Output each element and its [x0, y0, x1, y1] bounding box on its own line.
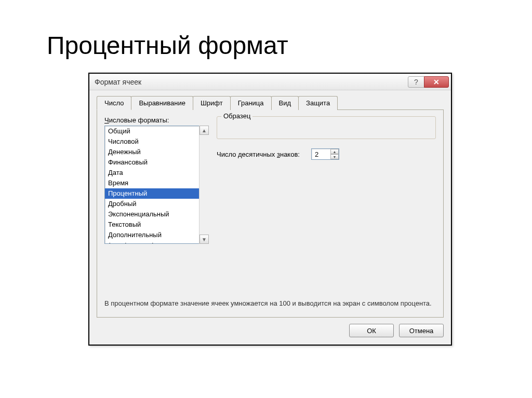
- help-icon: ?: [414, 78, 418, 86]
- tabs: Число Выравнивание Шрифт Граница Вид Защ…: [97, 95, 444, 110]
- tab-view[interactable]: Вид: [271, 96, 299, 110]
- decimal-places-label: Число десятичных знаков:: [217, 150, 300, 158]
- list-item[interactable]: Общий: [105, 126, 208, 136]
- list-item[interactable]: Текстовый: [105, 219, 208, 230]
- dialog-window: Формат ячеек ? ✕ Число Выравнивание Шриф…: [88, 73, 452, 346]
- tab-content: Числовые форматы: ОбщийЧисловойДенежныйФ…: [97, 110, 444, 318]
- dialog-buttons: ОК Отмена: [97, 324, 444, 337]
- dialog-title: Формат ячеек: [95, 78, 141, 86]
- right-panel: Образец Число десятичных знаков: ▲ ▼: [217, 116, 436, 244]
- tab-font[interactable]: Шрифт: [193, 96, 231, 110]
- titlebar: Формат ячеек ? ✕: [89, 74, 451, 90]
- category-listbox[interactable]: ОбщийЧисловойДенежныйФинансовыйДатаВремя…: [104, 126, 208, 244]
- list-item[interactable]: Дата: [105, 168, 208, 178]
- sample-group: Образец: [217, 116, 436, 139]
- titlebar-buttons: ? ✕: [408, 76, 449, 88]
- list-item[interactable]: Финансовый: [105, 157, 208, 168]
- list-item[interactable]: Денежный: [105, 147, 208, 157]
- decimal-places-input[interactable]: [312, 149, 330, 159]
- ok-button[interactable]: ОК: [349, 324, 394, 337]
- dialog-body: Число Выравнивание Шрифт Граница Вид Защ…: [89, 90, 451, 345]
- format-description: В процентном формате значение ячеек умно…: [104, 299, 436, 308]
- list-item[interactable]: Время: [105, 178, 208, 188]
- decimal-places-spinner[interactable]: ▲ ▼: [311, 148, 339, 160]
- sample-label: Образец: [221, 112, 252, 120]
- list-item[interactable]: Дробный: [105, 199, 208, 209]
- left-panel: Числовые форматы: ОбщийЧисловойДенежныйФ…: [104, 116, 208, 244]
- scroll-down-button[interactable]: ▼: [200, 235, 209, 244]
- list-item[interactable]: Числовой: [105, 136, 208, 147]
- decimal-places-row: Число десятичных знаков: ▲ ▼: [217, 148, 436, 160]
- scroll-up-button[interactable]: ▲: [200, 126, 209, 135]
- spinner-down-button[interactable]: ▼: [330, 154, 339, 159]
- tab-number[interactable]: Число: [97, 96, 131, 110]
- cancel-button[interactable]: Отмена: [399, 324, 444, 337]
- scrollbar[interactable]: ▲ ▼: [199, 126, 208, 244]
- list-item[interactable]: (все форматы): [105, 240, 208, 244]
- list-item[interactable]: Дополнительный: [105, 230, 208, 240]
- close-icon: ✕: [433, 78, 440, 86]
- tab-protection[interactable]: Защита: [298, 96, 338, 110]
- tab-border[interactable]: Граница: [230, 96, 272, 110]
- category-label: Числовые форматы:: [104, 116, 208, 124]
- help-button[interactable]: ?: [408, 76, 424, 88]
- list-item[interactable]: Экспоненциальный: [105, 209, 208, 219]
- list-item[interactable]: Процентный: [105, 188, 208, 199]
- spinner-up-button[interactable]: ▲: [330, 149, 339, 154]
- close-button[interactable]: ✕: [424, 76, 449, 88]
- slide-title: Процентный формат: [47, 31, 288, 60]
- tab-alignment[interactable]: Выравнивание: [131, 96, 193, 110]
